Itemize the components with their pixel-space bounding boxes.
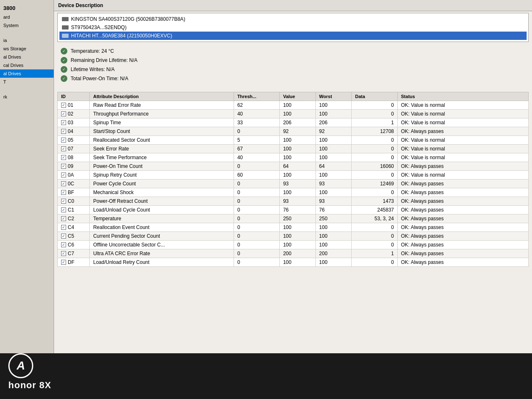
cell-data-6: 0: [352, 153, 397, 162]
cell-id-6: ✓08: [58, 153, 90, 162]
table-row: ✓08Seek Time Performance401001000OK: Val…: [58, 153, 529, 162]
cell-attr-14: Reallocation Event Count: [90, 223, 234, 232]
cell-id-10: ✓BF: [58, 188, 90, 197]
cell-attr-8: Spinup Retry Count: [90, 171, 234, 180]
cell-status-2: OK: Value is normal: [397, 118, 528, 127]
checkbox-11[interactable]: ✓: [61, 199, 66, 204]
stat-temperature: ✓ Temperature: 24 °C: [61, 48, 525, 54]
sidebar: 3800 ard System ia ws Storage al Drives …: [0, 0, 54, 399]
th-data: Data: [352, 92, 397, 101]
cell-worst-18: 100: [315, 258, 352, 267]
watermark-brand: honor 8X: [8, 380, 51, 391]
checkbox-7[interactable]: ✓: [61, 164, 66, 169]
cell-thresh-0: 62: [234, 101, 279, 110]
checkbox-16[interactable]: ✓: [61, 242, 66, 247]
cell-status-13: OK: Always passes: [397, 214, 528, 223]
table-row: ✓03Spinup Time332062061OK: Value is norm…: [58, 118, 529, 127]
cell-value-6: 100: [280, 153, 316, 162]
checkbox-5[interactable]: ✓: [61, 146, 66, 151]
cell-data-12: 245837: [352, 206, 397, 214]
checkbox-1[interactable]: ✓: [61, 111, 66, 116]
checkbox-17[interactable]: ✓: [61, 251, 66, 256]
checkbox-12[interactable]: ✓: [61, 207, 66, 212]
cell-attr-15: Current Pending Sector Count: [90, 232, 234, 241]
cell-value-3: 92: [280, 127, 316, 136]
cell-thresh-18: 0: [234, 258, 279, 267]
sidebar-item-al-drives-1[interactable]: al Drives: [0, 53, 54, 61]
checkbox-9[interactable]: ✓: [61, 181, 66, 186]
table-row: ✓C1Load/Unload Cycle Count07676245837OK:…: [58, 206, 529, 214]
cell-worst-17: 200: [315, 249, 352, 258]
device-item-2[interactable]: HITACHI HT...50A9E384 (J2150050H0EXVC): [59, 32, 527, 40]
sidebar-number: 3800: [0, 3, 54, 13]
table-row: ✓DFLoad/Unload Retry Count01001000OK: Al…: [58, 258, 529, 267]
cell-status-11: OK: Always passes: [397, 197, 528, 206]
cell-status-15: OK: Always passes: [397, 232, 528, 241]
cell-status-9: OK: Always passes: [397, 180, 528, 188]
cell-id-11: ✓C0: [58, 197, 90, 206]
cell-attr-7: Power-On Time Count: [90, 162, 234, 171]
cell-attr-10: Mechanical Shock: [90, 188, 234, 197]
cell-status-12: OK: Always passes: [397, 206, 528, 214]
cell-id-1: ✓02: [58, 110, 90, 118]
table-row: ✓C5Current Pending Sector Count01001000O…: [58, 232, 529, 241]
sidebar-item-ard[interactable]: ard: [0, 13, 54, 21]
cell-thresh-11: 0: [234, 197, 279, 206]
cell-data-9: 12469: [352, 180, 397, 188]
checkbox-4[interactable]: ✓: [61, 138, 66, 143]
sidebar-item-cal-drives[interactable]: cal Drives: [0, 61, 54, 69]
cell-id-15: ✓C5: [58, 232, 90, 241]
cell-value-2: 206: [280, 118, 316, 127]
sidebar-item-al-drives-2[interactable]: al Drives: [0, 69, 54, 78]
cell-thresh-15: 0: [234, 232, 279, 241]
cell-thresh-4: 5: [234, 136, 279, 145]
sidebar-item-ws-storage[interactable]: ws Storage: [0, 44, 54, 53]
cell-id-0: ✓01: [58, 101, 90, 110]
th-attribute: Attribute Description: [90, 92, 234, 101]
checkbox-0[interactable]: ✓: [61, 103, 66, 108]
check-icon-poweron: ✓: [61, 75, 67, 82]
cell-thresh-17: 0: [234, 249, 279, 258]
table-row: ✓09Power-On Time Count0646416060OK: Alwa…: [58, 162, 529, 171]
cell-data-17: 1: [352, 249, 397, 258]
device-item-1[interactable]: ST9750423A...S2ENDQ): [59, 23, 527, 32]
sidebar-item-ia[interactable]: ia: [0, 36, 54, 44]
checkbox-13[interactable]: ✓: [61, 216, 66, 221]
cell-status-1: OK: Value is normal: [397, 110, 528, 118]
cell-status-8: OK: Value is normal: [397, 171, 528, 180]
table-row: ✓0ASpinup Retry Count601001000OK: Value …: [58, 171, 529, 180]
cell-attr-11: Power-Off Retract Count: [90, 197, 234, 206]
sidebar-item-system[interactable]: System: [0, 21, 54, 30]
sidebar-item-t[interactable]: T: [0, 78, 54, 86]
checkbox-6[interactable]: ✓: [61, 155, 66, 160]
sidebar-item-rk[interactable]: rk: [0, 93, 54, 101]
cell-id-9: ✓0C: [58, 180, 90, 188]
cell-id-3: ✓04: [58, 127, 90, 136]
attributes-table: ID Attribute Description Thresh... Value…: [57, 92, 529, 267]
checkbox-3[interactable]: ✓: [61, 129, 66, 134]
cell-worst-0: 100: [315, 101, 352, 110]
cell-id-5: ✓07: [58, 145, 90, 153]
cell-worst-8: 100: [315, 171, 352, 180]
cell-attr-1: Throughput Performance: [90, 110, 234, 118]
device-item-0[interactable]: KINGSTON SA400S37120G (50026B7380077B8A): [59, 15, 527, 23]
cell-attr-6: Seek Time Performance: [90, 153, 234, 162]
cell-value-14: 100: [280, 223, 316, 232]
checkbox-15[interactable]: ✓: [61, 234, 66, 239]
cell-value-12: 76: [280, 206, 316, 214]
cell-worst-15: 100: [315, 232, 352, 241]
cell-value-18: 100: [280, 258, 316, 267]
cell-data-14: 0: [352, 223, 397, 232]
cell-value-9: 93: [280, 180, 316, 188]
cell-data-8: 0: [352, 171, 397, 180]
checkbox-14[interactable]: ✓: [61, 225, 66, 230]
cell-thresh-10: 0: [234, 188, 279, 197]
checkbox-8[interactable]: ✓: [61, 172, 66, 177]
cell-id-13: ✓C2: [58, 214, 90, 223]
check-icon-remaining: ✓: [61, 57, 67, 64]
checkbox-2[interactable]: ✓: [61, 120, 66, 125]
checkbox-10[interactable]: ✓: [61, 190, 66, 195]
cell-thresh-12: 0: [234, 206, 279, 214]
checkbox-18[interactable]: ✓: [61, 260, 66, 265]
cell-attr-5: Seek Error Rate: [90, 145, 234, 153]
